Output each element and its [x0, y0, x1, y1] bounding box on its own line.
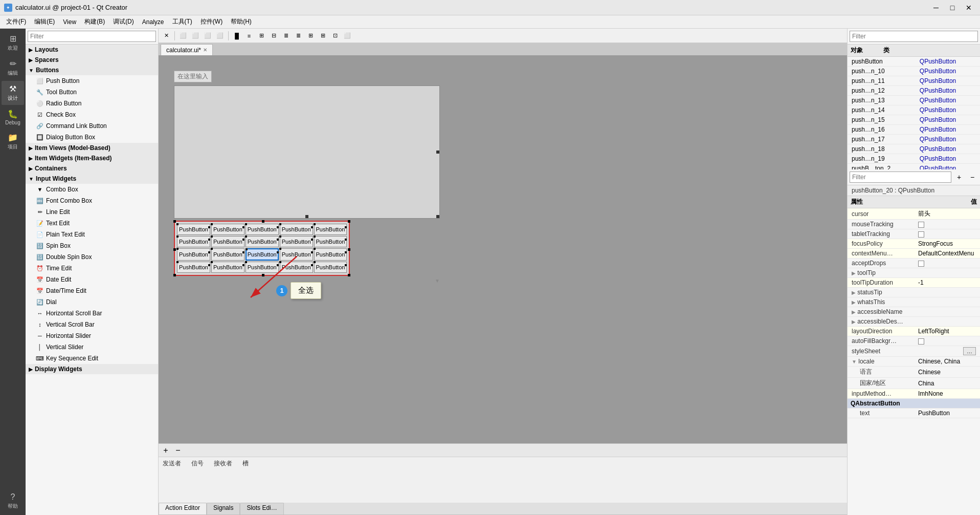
minimize-button[interactable]: ─ [929, 2, 943, 13]
menu-analyze[interactable]: Analyze [138, 17, 168, 27]
layout-button4[interactable]: ≣ [280, 30, 292, 41]
canvas-tab[interactable]: calculator.ui* ✕ [161, 44, 213, 55]
handle-tm[interactable] [262, 220, 264, 223]
sidebar-item-time-edit[interactable]: ⏰ Time Edit [26, 263, 158, 274]
object-table-row[interactable]: push…n_14QPushButton [848, 105, 980, 115]
sidebar-item-push-button[interactable]: ⬜ Push Button [26, 75, 158, 87]
layout-button8[interactable]: ⊡ [329, 30, 341, 41]
menu-tools[interactable]: 工具(T) [168, 16, 196, 28]
object-table-row[interactable]: push…n_15QPushButton [848, 115, 980, 125]
prop-table-row[interactable]: cursor箭头 [848, 208, 980, 220]
prop-table-row[interactable]: ▶ toolTip [848, 268, 980, 278]
layout-button1[interactable]: ≡ [243, 30, 255, 41]
sidebar-item-text-edit[interactable]: 📝 Text Edit [26, 218, 158, 229]
object-table-row[interactable]: push…n_17QPushButton [848, 135, 980, 144]
tab-slots-editor[interactable]: Slots Edi… [240, 503, 283, 514]
sidebar-item-h-scroll-bar[interactable]: ↔ Horizontal Scroll Bar [26, 308, 158, 319]
paste-button[interactable]: ⬜ [202, 30, 213, 41]
push-button-3[interactable]: PushButton [246, 224, 279, 235]
sidebar-category-item-widgets[interactable]: ▶ Item Widgets (Item-Based) [26, 153, 158, 163]
left-tab-design[interactable]: ⚒ 设计 [2, 81, 24, 105]
push-button-9[interactable]: PushButton [280, 236, 313, 247]
push-button-19[interactable]: PushButton [280, 262, 313, 273]
sidebar-item-font-combo-box[interactable]: 🔤 Font Combo Box [26, 195, 158, 206]
sidebar-item-command-link[interactable]: 🔗 Command Link Button [26, 120, 158, 132]
sidebar-item-datetime-edit[interactable]: 📅 Date/Time Edit [26, 285, 158, 296]
layout-button9[interactable]: ⬜ [342, 30, 353, 41]
push-button-15[interactable]: PushButton [314, 248, 347, 261]
object-table-row[interactable]: push…n_18QPushButton [848, 144, 980, 154]
handle-bl[interactable] [173, 274, 176, 276]
sidebar-item-dialog-button[interactable]: 🔲 Dialog Button Box [26, 132, 158, 143]
menu-debug[interactable]: 调试(D) [109, 16, 138, 28]
handle-br[interactable] [348, 274, 350, 276]
prop-table-row[interactable]: mouseTracking [848, 220, 980, 229]
sidebar-item-spin-box[interactable]: 🔢 Spin Box [26, 240, 158, 251]
close-tab-button[interactable]: ✕ [161, 30, 172, 41]
sidebar-item-check-box[interactable]: ☑ Check Box [26, 109, 158, 120]
object-table-row[interactable]: push…n_16QPushButton [848, 125, 980, 135]
prop-table-row[interactable]: ▶ accessibleName [848, 307, 980, 317]
prop-table-row[interactable]: ▶ whatsThis [848, 297, 980, 307]
prop-table-row[interactable]: textPushButton [848, 409, 980, 418]
push-button-20[interactable]: PushButton [314, 262, 347, 273]
handle-bm[interactable] [262, 274, 264, 276]
add-signal-button[interactable]: + [161, 445, 171, 456]
sidebar-item-key-sequence-edit[interactable]: ⌨ Key Sequence Edit [26, 353, 158, 364]
sidebar-item-date-edit[interactable]: 📅 Date Edit [26, 274, 158, 285]
align-left-button[interactable]: ▐▌ [231, 30, 242, 41]
left-tab-projects[interactable]: 📁 项目 [2, 130, 24, 154]
prop-table-row[interactable]: styleSheet… [848, 346, 980, 357]
prop-table-row[interactable]: contextMenu…DefaultContextMenu [848, 249, 980, 259]
sidebar-category-layouts[interactable]: ▶ Layouts [26, 45, 158, 55]
menu-edit[interactable]: 编辑(E) [30, 16, 59, 28]
tab-signals[interactable]: Signals [207, 503, 240, 514]
object-table-row[interactable]: push…n_10QPushButton [848, 67, 980, 76]
push-button-17[interactable]: PushButton [211, 262, 244, 273]
push-button-1[interactable]: PushButton [177, 224, 210, 235]
sidebar-category-display-widgets[interactable]: ▶ Display Widgets [26, 364, 158, 374]
sidebar-item-radio-button[interactable]: ⚪ Radio Button [26, 98, 158, 109]
prop-remove-button[interactable]: − [967, 171, 978, 183]
resize-handle-rm[interactable] [436, 151, 439, 154]
prop-table-row[interactable]: ▶ statusTip [848, 288, 980, 297]
object-table-row[interactable]: pushButtonQPushButton [848, 57, 980, 67]
left-tab-debug[interactable]: 🐛 Debug [2, 106, 24, 128]
resize-handle-bm[interactable] [305, 215, 308, 218]
menu-controls[interactable]: 控件(W) [196, 16, 227, 28]
handle-lm[interactable] [173, 248, 176, 251]
prop-edit-button[interactable]: … [963, 347, 976, 355]
prop-table-row[interactable]: 国家/地区China [848, 378, 980, 389]
sidebar-category-buttons[interactable]: ▼ Buttons [26, 65, 158, 75]
menu-file[interactable]: 文件(F) [2, 16, 30, 28]
push-button-6[interactable]: PushButton [177, 236, 210, 247]
prop-table-row[interactable]: layoutDirectionLeftToRight [848, 327, 980, 336]
remove-signal-button[interactable]: − [173, 445, 183, 456]
sidebar-item-h-slider[interactable]: ─ Horizontal Slider [26, 330, 158, 341]
push-button-14[interactable]: PushButton [280, 248, 313, 261]
sidebar-category-item-views[interactable]: ▶ Item Views (Model-Based) [26, 143, 158, 153]
handle-tl[interactable] [173, 220, 176, 223]
refresh-button[interactable]: ⬜ [214, 30, 226, 41]
copy-button[interactable]: ⬜ [177, 30, 189, 41]
handle-rm[interactable] [348, 248, 350, 251]
prop-table-row[interactable]: focusPolicyStrongFocus [848, 239, 980, 249]
left-tab-welcome[interactable]: ⊞ 欢迎 [2, 31, 24, 55]
prop-table-row[interactable]: 语言Chinese [848, 367, 980, 378]
push-button-13[interactable]: PushButton [246, 248, 279, 261]
sidebar-item-dial[interactable]: 🔄 Dial [26, 296, 158, 308]
tab-action-editor[interactable]: Action Editor [159, 503, 207, 514]
sidebar-item-v-scroll-bar[interactable]: ↕ Vertical Scroll Bar [26, 319, 158, 330]
menu-view[interactable]: View [59, 17, 80, 27]
prop-table-row[interactable]: ▼ localeChinese, China [848, 357, 980, 367]
prop-table-row[interactable]: QAbstractButton [848, 399, 980, 409]
prop-table-row[interactable]: toolTipDuration-1 [848, 278, 980, 288]
push-button-8[interactable]: PushButton [246, 236, 279, 247]
prop-table-row[interactable]: autoFillBackgr… [848, 336, 980, 346]
sidebar-item-line-edit[interactable]: ✏ Line Edit [26, 206, 158, 218]
sidebar-item-tool-button[interactable]: 🔧 Tool Button [26, 87, 158, 98]
layout-button6[interactable]: ⊞ [305, 30, 316, 41]
object-table-row[interactable]: push…n_12QPushButton [848, 86, 980, 96]
prop-table-row[interactable]: tabletTracking [848, 229, 980, 239]
layout-button2[interactable]: ⊞ [256, 30, 267, 41]
